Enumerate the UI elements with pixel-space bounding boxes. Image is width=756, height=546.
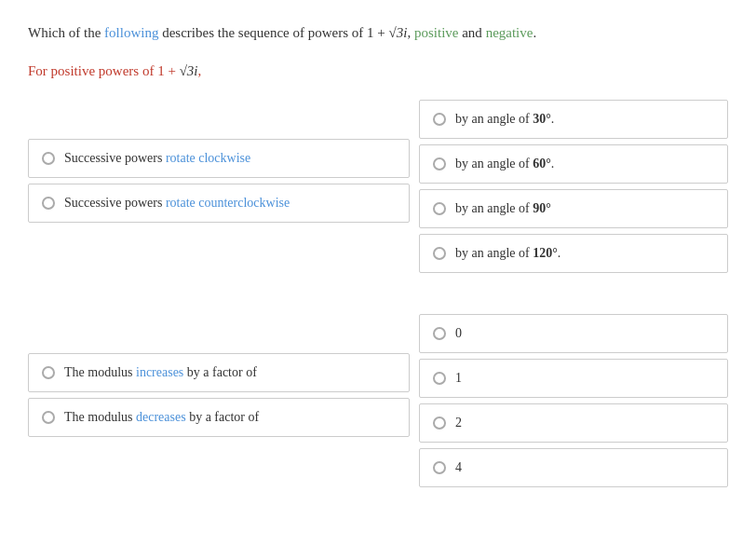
angle-30-label: by an angle of 30°. <box>455 112 554 127</box>
increases-label: The modulus increases by a factor of <box>64 365 257 380</box>
sub-question-text: For positive powers of 1 + √3i, <box>28 61 728 82</box>
following-highlight: following <box>104 25 158 40</box>
option-factor-4[interactable]: 4 <box>419 448 728 487</box>
radio-counterclockwise <box>42 197 55 210</box>
decreases-label: The modulus decreases by a factor of <box>64 410 259 425</box>
counterclockwise-label: Successive powers rotate counterclockwis… <box>64 196 290 211</box>
clockwise-label: Successive powers rotate clockwise <box>64 151 250 166</box>
factor-0-label: 0 <box>455 326 462 341</box>
radio-60deg <box>433 157 446 171</box>
factor-1-label: 1 <box>455 371 462 386</box>
option-30deg[interactable]: by an angle of 30°. <box>419 100 728 139</box>
modulus-left-col: The modulus increases by a factor of The… <box>28 314 419 493</box>
option-factor-0[interactable]: 0 <box>419 314 728 353</box>
radio-factor-0 <box>433 327 446 340</box>
option-factor-2[interactable]: 2 <box>419 403 728 443</box>
option-clockwise[interactable]: Successive powers rotate clockwise <box>28 139 410 178</box>
radio-30deg <box>433 113 446 126</box>
angle-120-label: by an angle of 120°. <box>455 246 560 261</box>
radio-factor-2 <box>433 416 446 430</box>
radio-clockwise <box>42 152 55 165</box>
math-sub: √3i <box>180 63 198 78</box>
section-gap <box>28 279 728 305</box>
modulus-right-col: 0 1 2 4 <box>419 314 728 493</box>
angle-90-label: by an angle of 90° <box>455 201 551 216</box>
rotation-right-col: by an angle of 30°. by an angle of 60°. … <box>419 100 728 279</box>
negative-word: negative <box>486 25 533 40</box>
rotation-grid: Successive powers rotate clockwise Succe… <box>28 100 728 279</box>
radio-increases <box>42 366 55 379</box>
modulus-grid: The modulus increases by a factor of The… <box>28 314 728 493</box>
option-counterclockwise[interactable]: Successive powers rotate counterclockwis… <box>28 184 410 223</box>
option-120deg[interactable]: by an angle of 120°. <box>419 234 728 273</box>
option-factor-1[interactable]: 1 <box>419 359 728 398</box>
option-decreases[interactable]: The modulus decreases by a factor of <box>28 398 410 437</box>
radio-decreases <box>42 411 55 424</box>
positive-word: positive <box>414 25 459 40</box>
option-60deg[interactable]: by an angle of 60°. <box>419 144 728 184</box>
radio-factor-1 <box>433 372 446 385</box>
math-expression: √3i <box>389 25 408 40</box>
rotation-left-col: Successive powers rotate clockwise Succe… <box>28 100 419 279</box>
radio-factor-4 <box>433 461 446 474</box>
option-increases[interactable]: The modulus increases by a factor of <box>28 353 410 392</box>
option-90deg[interactable]: by an angle of 90° <box>419 189 728 228</box>
modulus-spacer-top <box>28 314 410 353</box>
factor-2-label: 2 <box>455 416 462 430</box>
positive-sub: positive <box>51 63 96 78</box>
radio-90deg <box>433 202 446 215</box>
factor-4-label: 4 <box>455 460 462 475</box>
question-text: Which of the following describes the seq… <box>28 22 728 44</box>
spacer-top <box>28 100 410 139</box>
angle-60-label: by an angle of 60°. <box>455 157 554 171</box>
radio-120deg <box>433 247 446 260</box>
